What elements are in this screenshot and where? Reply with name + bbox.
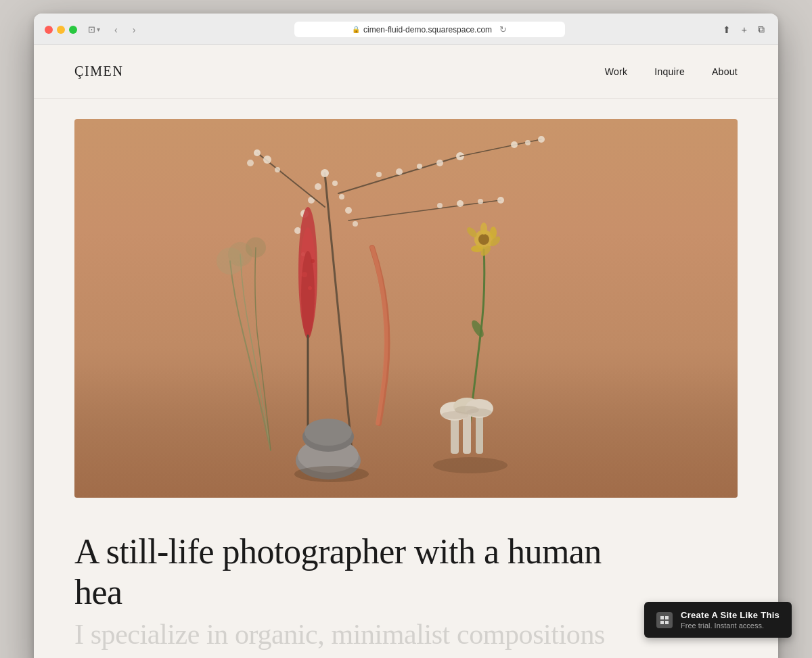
- svg-point-18: [417, 164, 422, 169]
- svg-point-9: [353, 221, 358, 227]
- browser-toolbar: ⊡ ▾ ‹ › 🔒 cimen-fluid-demo.squarespace.c…: [45, 22, 767, 44]
- svg-point-11: [254, 149, 261, 156]
- browser-window: ⊡ ▾ ‹ › 🔒 cimen-fluid-demo.squarespace.c…: [34, 14, 778, 658]
- close-button[interactable]: [45, 26, 53, 34]
- nav-item-about[interactable]: About: [712, 66, 738, 78]
- svg-point-32: [301, 251, 315, 339]
- squarespace-badge[interactable]: Create A Site Like This Free trial. Inst…: [644, 602, 792, 638]
- hero-canvas: [74, 119, 738, 498]
- svg-point-23: [478, 199, 483, 204]
- hero-subheading: I specialize in organic, minimalist comp…: [74, 618, 638, 651]
- nav-item-inquire[interactable]: Inquire: [654, 66, 685, 78]
- nav-link-work[interactable]: Work: [605, 66, 628, 77]
- nav-links: Work Inquire About: [605, 66, 738, 78]
- lock-icon: 🔒: [352, 26, 360, 33]
- svg-point-63: [466, 408, 492, 417]
- browser-chrome: ⊡ ▾ ‹ › 🔒 cimen-fluid-demo.squarespace.c…: [34, 14, 778, 45]
- svg-point-13: [263, 156, 271, 164]
- svg-line-0: [325, 173, 352, 450]
- address-bar-wrapper: 🔒 cimen-fluid-demo.squarespace.com ↻: [147, 22, 711, 37]
- svg-point-27: [538, 136, 545, 143]
- minimize-button[interactable]: [57, 26, 65, 34]
- botanical-svg: [74, 119, 738, 498]
- svg-point-35: [302, 272, 307, 277]
- badge-sub-text: Free trial. Instant access.: [681, 621, 780, 630]
- svg-point-33: [301, 252, 305, 256]
- svg-point-54: [294, 466, 369, 482]
- browser-actions: ⬆ + ⧉: [720, 22, 767, 37]
- maximize-button[interactable]: [69, 26, 77, 34]
- svg-point-17: [436, 160, 443, 166]
- site-logo[interactable]: ÇIMEN: [74, 64, 123, 79]
- svg-point-43: [480, 222, 487, 235]
- svg-point-19: [396, 168, 403, 175]
- svg-point-49: [470, 319, 486, 339]
- svg-point-45: [471, 245, 483, 252]
- svg-rect-66: [665, 616, 669, 619]
- badge-main-text: Create A Site Like This: [681, 610, 780, 620]
- svg-point-29: [511, 141, 518, 148]
- svg-point-47: [490, 227, 497, 239]
- svg-point-42: [478, 234, 489, 245]
- site-navigation: ÇIMEN Work Inquire About: [34, 45, 778, 99]
- nav-item-work[interactable]: Work: [605, 66, 628, 78]
- svg-point-12: [275, 167, 280, 172]
- svg-line-21: [348, 200, 501, 220]
- traffic-lights: [45, 26, 77, 34]
- sidebar-toggle[interactable]: ⊡ ▾: [85, 23, 103, 36]
- svg-point-40: [246, 237, 266, 258]
- chevron-down-icon: ▾: [97, 26, 100, 33]
- svg-point-2: [315, 183, 321, 190]
- refresh-icon[interactable]: ↻: [499, 24, 507, 34]
- duplicate-button[interactable]: ⧉: [755, 22, 767, 37]
- svg-point-20: [376, 172, 382, 177]
- svg-point-8: [294, 227, 301, 234]
- svg-point-64: [433, 457, 508, 473]
- svg-point-7: [345, 207, 352, 214]
- share-button[interactable]: ⬆: [720, 22, 734, 37]
- sidebar-icon: ⊡: [88, 24, 95, 34]
- svg-point-25: [437, 203, 443, 208]
- svg-point-14: [247, 160, 254, 166]
- hero-heading: A still-life photographer with a human h…: [74, 532, 638, 613]
- svg-rect-65: [660, 616, 664, 619]
- nav-link-inquire[interactable]: Inquire: [654, 66, 685, 77]
- svg-rect-68: [665, 621, 669, 624]
- nav-link-about[interactable]: About: [712, 66, 738, 77]
- svg-point-53: [304, 419, 352, 446]
- svg-point-22: [497, 197, 504, 204]
- new-tab-button[interactable]: +: [739, 22, 750, 37]
- svg-rect-67: [660, 621, 664, 624]
- svg-point-28: [525, 140, 531, 145]
- hero-image: [74, 119, 738, 498]
- website-content: ÇIMEN Work Inquire About: [34, 45, 778, 658]
- hero-section: [34, 99, 778, 498]
- badge-text: Create A Site Like This Free trial. Inst…: [681, 610, 780, 630]
- svg-point-24: [457, 200, 464, 207]
- svg-point-36: [308, 286, 312, 290]
- svg-point-5: [339, 194, 344, 199]
- svg-point-3: [332, 181, 338, 186]
- address-bar[interactable]: 🔒 cimen-fluid-demo.squarespace.com ↻: [294, 22, 565, 37]
- forward-button[interactable]: ›: [129, 23, 139, 37]
- squarespace-logo: [656, 612, 673, 628]
- back-button[interactable]: ‹: [111, 23, 121, 37]
- svg-point-34: [311, 259, 315, 263]
- svg-point-1: [321, 169, 329, 177]
- url-text: cimen-fluid-demo.squarespace.com: [363, 25, 492, 34]
